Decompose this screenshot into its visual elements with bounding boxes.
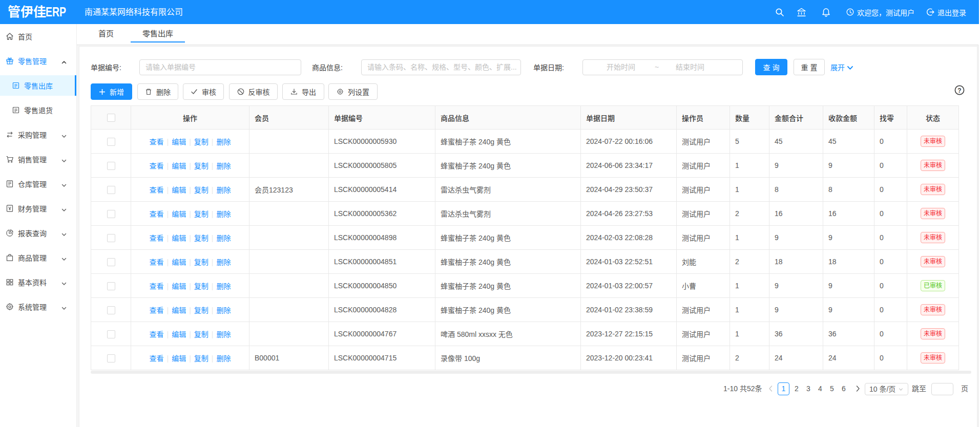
svg-text:?: ? <box>957 87 961 94</box>
